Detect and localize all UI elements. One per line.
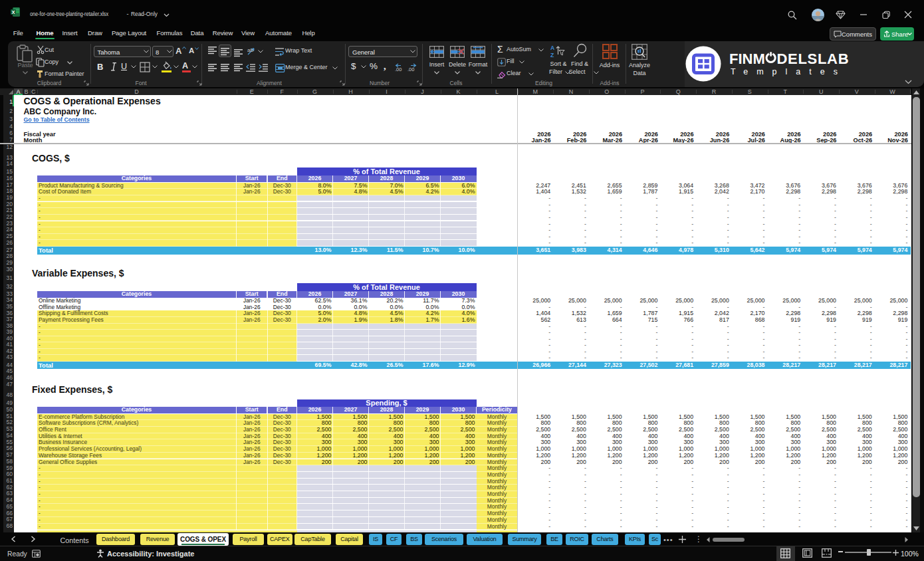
- svg-text:Z: Z: [550, 52, 554, 58]
- svg-text:X: X: [11, 9, 15, 15]
- svg-text:.00: .00: [407, 66, 414, 72]
- svg-text:ab: ab: [247, 47, 253, 53]
- svg-text:A: A: [550, 45, 554, 51]
- svg-text:.00: .00: [395, 66, 402, 72]
